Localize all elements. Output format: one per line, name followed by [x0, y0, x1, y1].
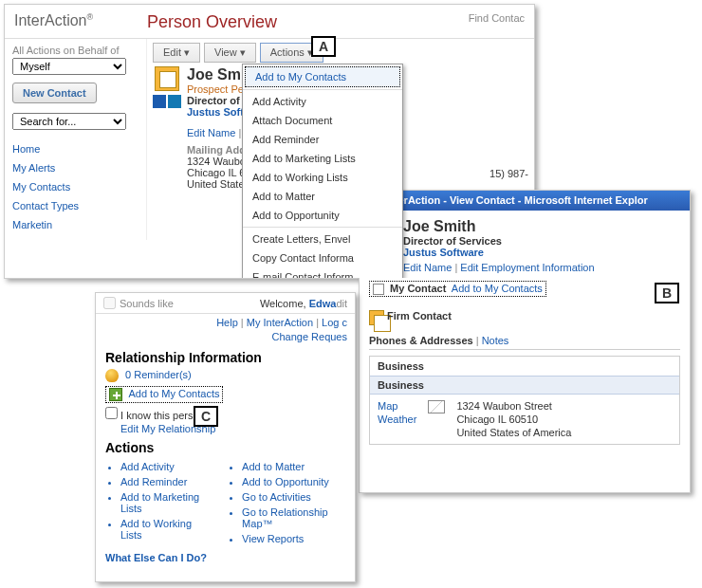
know-person-label: I know this person: [120, 410, 205, 421]
dd-add-to-matter[interactable]: Add to Matter: [243, 187, 402, 206]
panel-relationship: Sounds like Welcome, Edwadit Help | My I…: [95, 292, 356, 582]
envelope-icon: [428, 400, 445, 413]
welcome-trail: dit: [336, 298, 347, 309]
actions-col1: Add Activity Add Reminder Add to Marketi…: [105, 459, 210, 546]
firm-contact-label: Firm Contact: [387, 310, 452, 322]
new-contact-button[interactable]: New Contact: [12, 83, 97, 103]
search-select[interactable]: Search for...: [12, 113, 126, 130]
menu-view[interactable]: View ▾: [204, 43, 256, 63]
business-header: Business: [370, 357, 679, 376]
act-add-activity[interactable]: Add Activity: [120, 459, 210, 474]
dd-add-marketing-lists[interactable]: Add to Marketing Lists: [243, 149, 402, 168]
act-add-working-lists[interactable]: Add to Working Lists: [120, 516, 210, 542]
b-addr2: Chicago IL 60510: [456, 413, 571, 425]
b-addr1: 1324 Waubon Street: [456, 400, 571, 412]
contact-name: Joe Smith: [403, 218, 595, 235]
callout-a: A: [311, 36, 336, 57]
brand-logo: InterAction®: [14, 12, 93, 28]
act-add-opportunity[interactable]: Add to Opportunity: [242, 474, 345, 489]
act-go-relationship-map[interactable]: Go to Relationship Map™: [242, 505, 345, 531]
window-titlebar: InterAction - View Contact - Microsoft I…: [360, 191, 690, 211]
dd-attach-document[interactable]: Attach Document: [243, 111, 402, 130]
dd-add-to-opportunity[interactable]: Add to Opportunity: [243, 206, 402, 225]
tab-phones-addresses[interactable]: Phones & Addresses: [369, 335, 473, 346]
nav-my-contacts[interactable]: My Contacts: [12, 177, 139, 196]
dd-copy-contact[interactable]: Copy Contact Informa: [243, 248, 402, 267]
tab-notes[interactable]: Notes: [482, 335, 509, 346]
act-go-activities[interactable]: Go to Activities: [242, 489, 345, 505]
dd-email-contact[interactable]: E-mail Contact Inform: [243, 267, 402, 279]
act-add-marketing-lists[interactable]: Add to Marketing Lists: [120, 489, 210, 516]
behalf-select[interactable]: Myself: [12, 58, 126, 75]
c-add-to-my-contacts[interactable]: Add to My Contacts: [128, 388, 219, 399]
help-link[interactable]: Help: [216, 317, 238, 328]
act-add-reminder[interactable]: Add Reminder: [120, 474, 210, 489]
actions-col2: Add to Matter Add to Opportunity Go to A…: [227, 459, 345, 546]
menu-edit[interactable]: Edit ▾: [153, 43, 200, 63]
panel-view-contact: InterAction - View Contact - Microsoft I…: [359, 190, 691, 493]
know-person-checkbox[interactable]: [105, 407, 118, 419]
dd-add-working-lists[interactable]: Add to Working Lists: [243, 168, 402, 187]
act-view-reports[interactable]: View Reports: [242, 531, 345, 546]
b-edit-employment[interactable]: Edit Employment Information: [460, 262, 594, 273]
nav-home[interactable]: Home: [12, 139, 139, 158]
callout-b: B: [655, 283, 679, 303]
linkedin-icon[interactable]: [168, 95, 181, 108]
arrow-icon: [153, 95, 166, 108]
reminders-link[interactable]: 0 Reminder(s): [125, 369, 192, 380]
my-contact-label: My Contact: [390, 283, 446, 294]
my-interaction-link[interactable]: My InterAction: [247, 317, 313, 328]
person-icon: [373, 284, 384, 295]
dd-create-letters[interactable]: Create Letters, Envel: [243, 230, 402, 248]
sounds-like-label: Sounds like: [120, 298, 174, 309]
sounds-like-checkbox[interactable]: [103, 297, 116, 309]
nav-my-alerts[interactable]: My Alerts: [12, 158, 139, 177]
act-add-matter[interactable]: Add to Matter: [242, 459, 345, 474]
dd-add-reminder[interactable]: Add Reminder: [243, 130, 402, 149]
nav-contact-types[interactable]: Contact Types: [12, 196, 139, 215]
contact-company-link[interactable]: Justus Software: [403, 247, 595, 258]
edit-name-link[interactable]: Edit Name: [187, 127, 235, 138]
welcome-user[interactable]: Edwa: [309, 298, 337, 309]
b-addr3: United States of America: [456, 427, 571, 438]
page-title: Person Overview: [147, 12, 277, 32]
contact-card-icon: [155, 66, 179, 91]
dd-add-activity[interactable]: Add Activity: [243, 92, 402, 111]
welcome-label: Welcome,: [260, 298, 309, 309]
phone-fragment: 15) 987-: [490, 168, 528, 179]
behalf-label: All Actions on Behalf of: [12, 45, 139, 56]
relationship-info-title: Relationship Information: [105, 350, 345, 365]
firm-icon: [369, 310, 384, 325]
weather-link[interactable]: Weather: [378, 413, 416, 425]
nav-marketing[interactable]: Marketin: [12, 215, 139, 234]
actions-dropdown: Add to My Contacts Add Activity Attach D…: [242, 64, 403, 279]
find-contact-link[interactable]: Find Contac: [469, 12, 525, 24]
change-request-link[interactable]: Change Reques: [271, 331, 347, 342]
contact-role: Director of Services: [403, 235, 595, 247]
bell-icon: [105, 369, 119, 382]
business-subheader: Business: [370, 376, 679, 395]
actions-title: Actions: [105, 440, 345, 455]
map-link[interactable]: Map: [378, 400, 416, 412]
b-add-to-my-contacts[interactable]: Add to My Contacts: [452, 283, 543, 294]
dd-add-to-my-contacts[interactable]: Add to My Contacts: [245, 66, 400, 87]
what-else-link[interactable]: What Else Can I Do?: [105, 552, 207, 563]
callout-c: C: [194, 406, 218, 427]
b-edit-name[interactable]: Edit Name: [403, 262, 452, 273]
plus-icon: [109, 388, 122, 401]
log-link[interactable]: Log c: [322, 317, 347, 328]
left-sidebar: All Actions on Behalf of Myself New Cont…: [5, 39, 147, 240]
